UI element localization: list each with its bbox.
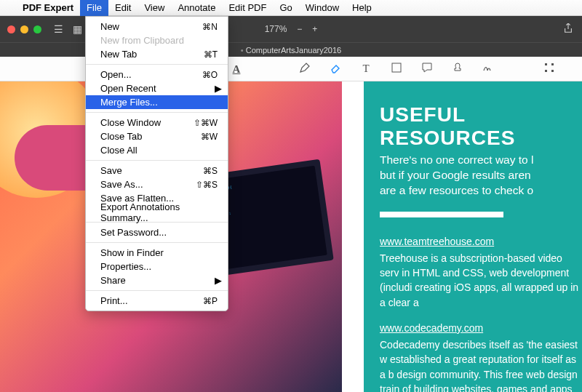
note-icon[interactable] <box>420 62 434 76</box>
menu-item-set-password[interactable]: Set Password... <box>86 225 228 239</box>
menu-item-new[interactable]: New⌘N <box>86 20 228 33</box>
menu-view[interactable]: View <box>137 0 171 16</box>
menu-item-properties[interactable]: Properties... <box>86 260 228 273</box>
menu-item-show-in-finder[interactable]: Show in Finder <box>86 246 228 260</box>
shortcut: ⌘N <box>202 22 218 32</box>
modified-indicator: • <box>241 46 244 55</box>
menu-item-new-tab[interactable]: New Tab⌘T <box>86 47 228 61</box>
page-heading: USEFUL RESOURCES <box>380 103 582 150</box>
menu-file[interactable]: File <box>80 0 108 16</box>
text-tool-icon[interactable]: T <box>359 63 373 75</box>
menu-item-save-as[interactable]: Save As...⇧⌘S <box>86 177 228 191</box>
submenu-arrow-icon: ▶ <box>215 83 222 94</box>
shortcut: ⇧⌘S <box>196 180 218 190</box>
zoom-out-button[interactable]: − <box>297 24 302 34</box>
menu-item-merge-files[interactable]: Merge Files... <box>86 95 228 109</box>
menu-item-save[interactable]: Save⌘S <box>86 164 228 177</box>
system-menubar: PDF Expert File Edit View Annotate Edit … <box>0 0 582 16</box>
close-window-button[interactable] <box>7 25 15 33</box>
eraser-icon[interactable] <box>328 62 343 76</box>
sidebar-toggle-icon[interactable]: ☰ <box>49 23 68 35</box>
thumbnails-icon[interactable]: ▦ <box>68 23 87 35</box>
pdf-page-right: USEFUL RESOURCES There's no one correct … <box>364 81 582 392</box>
zoom-level[interactable]: 177% <box>265 24 287 34</box>
shape-tool-icon[interactable] <box>389 62 404 76</box>
menu-item-print[interactable]: Print...⌘P <box>86 294 228 308</box>
shortcut: ⌘P <box>203 296 218 306</box>
menu-item-export-annotations-summary[interactable]: Export Annotations Summary... <box>86 205 228 219</box>
menu-item-share[interactable]: Share▶ <box>86 273 228 287</box>
svg-rect-2 <box>551 63 554 65</box>
menu-edit[interactable]: Edit <box>108 0 137 16</box>
svg-rect-1 <box>545 63 547 65</box>
menu-item-open-recent[interactable]: Open Recent▶ <box>86 81 228 95</box>
menu-window[interactable]: Window <box>299 0 346 16</box>
shortcut: ⌘W <box>201 132 218 142</box>
zoom-in-button[interactable]: + <box>312 24 317 34</box>
menu-help[interactable]: Help <box>346 0 378 16</box>
pen-icon[interactable] <box>298 62 312 76</box>
resource-text-1: Treehouse is a subscription-based video … <box>380 251 582 310</box>
document-title: ComputerArtsJanuary2016 <box>246 46 341 55</box>
selection-tool-icon[interactable] <box>542 62 557 76</box>
text-style-icon[interactable]: A <box>229 63 244 76</box>
menu-edit-pdf[interactable]: Edit PDF <box>222 0 273 16</box>
resource-link-1[interactable]: www.teamtreehouse.com <box>380 236 494 247</box>
menu-item-close-window[interactable]: Close Window⇧⌘W <box>86 116 228 129</box>
window-controls <box>0 25 49 33</box>
share-icon[interactable] <box>563 23 573 36</box>
minimize-window-button[interactable] <box>20 25 28 33</box>
shortcut: ⌘O <box>202 70 218 80</box>
divider <box>380 212 503 217</box>
signature-icon[interactable] <box>481 62 495 76</box>
stamp-icon[interactable] <box>450 62 465 76</box>
file-menu-dropdown: New⌘NNew from ClipboardNew Tab⌘TOpen...⌘… <box>85 16 228 311</box>
page-intro: There's no one correct way to l but if y… <box>380 153 582 199</box>
resource-link-2[interactable]: www.codecademy.com <box>380 322 483 334</box>
submenu-arrow-icon: ▶ <box>215 275 222 286</box>
svg-rect-3 <box>545 70 547 72</box>
menu-annotate[interactable]: Annotate <box>171 0 222 16</box>
svg-rect-0 <box>392 63 401 72</box>
shortcut: ⇧⌘W <box>194 118 218 128</box>
menu-go[interactable]: Go <box>273 0 298 16</box>
shortcut: ⌘T <box>204 49 218 60</box>
resource-text-2: Codecademy describes itself as 'the easi… <box>380 337 582 392</box>
shortcut: ⌘S <box>203 166 218 176</box>
menu-item-close-all[interactable]: Close All <box>86 143 228 157</box>
menu-item-close-tab[interactable]: Close Tab⌘W <box>86 129 228 143</box>
menu-item-open[interactable]: Open...⌘O <box>86 68 228 81</box>
menu-item-new-from-clipboard: New from Clipboard <box>86 33 228 47</box>
app-name[interactable]: PDF Expert <box>16 2 80 13</box>
zoom-window-button[interactable] <box>33 25 41 33</box>
svg-rect-4 <box>551 70 554 72</box>
